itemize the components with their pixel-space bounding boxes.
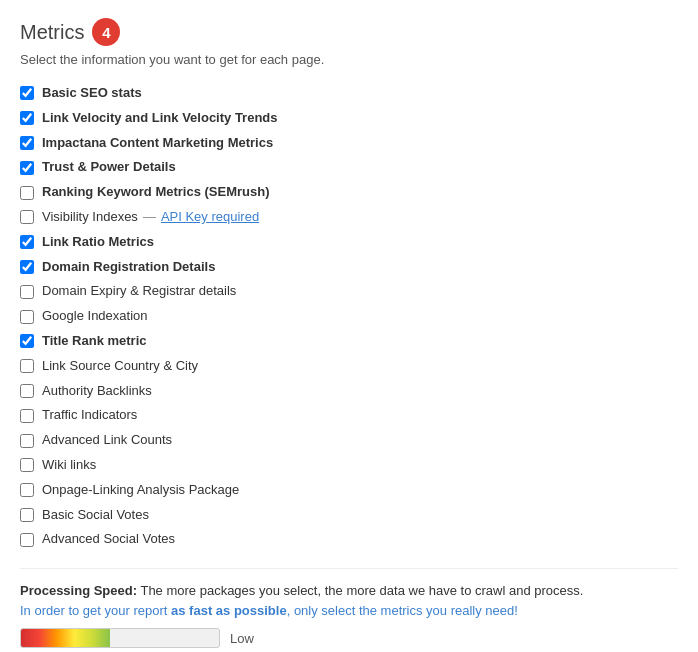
label-wiki-links: Wiki links — [42, 455, 96, 476]
checkbox-advanced-social-votes[interactable] — [20, 533, 34, 547]
section-title: Metrics — [20, 21, 84, 44]
api-key-link-visibility-indexes[interactable]: API Key required — [161, 207, 259, 228]
processing-note: In order to get your report as fast as p… — [20, 603, 678, 618]
checkbox-ranking-keyword[interactable] — [20, 186, 34, 200]
label-domain-registration: Domain Registration Details — [42, 257, 215, 278]
checkbox-advanced-link-counts[interactable] — [20, 434, 34, 448]
label-trust-power: Trust & Power Details — [42, 157, 176, 178]
metric-item-trust-power: Trust & Power Details — [20, 155, 678, 180]
label-impactana: Impactana Content Marketing Metrics — [42, 133, 273, 154]
speed-bar-container: Low — [20, 628, 678, 648]
checkbox-link-source-country[interactable] — [20, 359, 34, 373]
metrics-header: Metrics 4 — [20, 18, 678, 46]
checkbox-basic-seo-stats[interactable] — [20, 86, 34, 100]
checkbox-authority-backlinks[interactable] — [20, 384, 34, 398]
checkbox-basic-social-votes[interactable] — [20, 508, 34, 522]
label-basic-social-votes: Basic Social Votes — [42, 505, 149, 526]
label-advanced-social-votes: Advanced Social Votes — [42, 529, 175, 550]
label-ranking-keyword: Ranking Keyword Metrics (SEMrush) — [42, 182, 270, 203]
speed-bar-fill — [21, 629, 110, 647]
metric-item-title-rank: Title Rank metric — [20, 329, 678, 354]
label-link-velocity: Link Velocity and Link Velocity Trends — [42, 108, 278, 129]
metric-item-wiki-links: Wiki links — [20, 453, 678, 478]
checkbox-domain-expiry[interactable] — [20, 285, 34, 299]
speed-bar — [20, 628, 220, 648]
metric-item-onpage-linking: Onpage-Linking Analysis Package — [20, 478, 678, 503]
metric-item-link-source-country: Link Source Country & City — [20, 354, 678, 379]
metric-item-ranking-keyword: Ranking Keyword Metrics (SEMrush) — [20, 180, 678, 205]
label-visibility-indexes: Visibility Indexes — [42, 207, 138, 228]
metric-item-google-indexation: Google Indexation — [20, 304, 678, 329]
metric-item-impactana: Impactana Content Marketing Metrics — [20, 131, 678, 156]
metric-item-domain-registration: Domain Registration Details — [20, 255, 678, 280]
label-traffic-indicators: Traffic Indicators — [42, 405, 137, 426]
checkbox-link-ratio[interactable] — [20, 235, 34, 249]
checkbox-google-indexation[interactable] — [20, 310, 34, 324]
metric-item-basic-seo-stats: Basic SEO stats — [20, 81, 678, 106]
metric-item-advanced-link-counts: Advanced Link Counts — [20, 428, 678, 453]
processing-title-bold: Processing Speed: — [20, 583, 137, 598]
step-badge-4: 4 — [92, 18, 120, 46]
label-domain-expiry: Domain Expiry & Registrar details — [42, 281, 236, 302]
label-authority-backlinks: Authority Backlinks — [42, 381, 152, 402]
checkbox-domain-registration[interactable] — [20, 260, 34, 274]
checkbox-link-velocity[interactable] — [20, 111, 34, 125]
label-link-ratio: Link Ratio Metrics — [42, 232, 154, 253]
speed-label: Low — [230, 631, 254, 646]
label-onpage-linking: Onpage-Linking Analysis Package — [42, 480, 239, 501]
label-basic-seo-stats: Basic SEO stats — [42, 83, 142, 104]
processing-note-bold: as fast as possible — [171, 603, 287, 618]
metrics-list: Basic SEO statsLink Velocity and Link Ve… — [20, 81, 678, 552]
processing-title: Processing Speed: The more packages you … — [20, 583, 678, 598]
metric-item-visibility-indexes: Visibility Indexes — API Key required — [20, 205, 678, 230]
checkbox-wiki-links[interactable] — [20, 458, 34, 472]
processing-note-suffix: , only select the metrics you really nee… — [287, 603, 518, 618]
checkbox-visibility-indexes[interactable] — [20, 210, 34, 224]
metric-item-domain-expiry: Domain Expiry & Registrar details — [20, 279, 678, 304]
label-link-source-country: Link Source Country & City — [42, 356, 198, 377]
checkbox-onpage-linking[interactable] — [20, 483, 34, 497]
checkbox-trust-power[interactable] — [20, 161, 34, 175]
processing-section: Processing Speed: The more packages you … — [20, 568, 678, 648]
checkbox-traffic-indicators[interactable] — [20, 409, 34, 423]
checkbox-title-rank[interactable] — [20, 334, 34, 348]
subtitle: Select the information you want to get f… — [20, 52, 678, 67]
metric-item-authority-backlinks: Authority Backlinks — [20, 379, 678, 404]
api-separator-visibility-indexes: — — [143, 207, 156, 228]
metric-item-link-ratio: Link Ratio Metrics — [20, 230, 678, 255]
metric-item-traffic-indicators: Traffic Indicators — [20, 403, 678, 428]
label-google-indexation: Google Indexation — [42, 306, 148, 327]
label-advanced-link-counts: Advanced Link Counts — [42, 430, 172, 451]
processing-note-prefix: In order to get your report — [20, 603, 171, 618]
label-title-rank: Title Rank metric — [42, 331, 147, 352]
processing-title-text: The more packages you select, the more d… — [140, 583, 583, 598]
metric-item-link-velocity: Link Velocity and Link Velocity Trends — [20, 106, 678, 131]
metric-item-advanced-social-votes: Advanced Social Votes — [20, 527, 678, 552]
metric-item-basic-social-votes: Basic Social Votes — [20, 503, 678, 528]
checkbox-impactana[interactable] — [20, 136, 34, 150]
